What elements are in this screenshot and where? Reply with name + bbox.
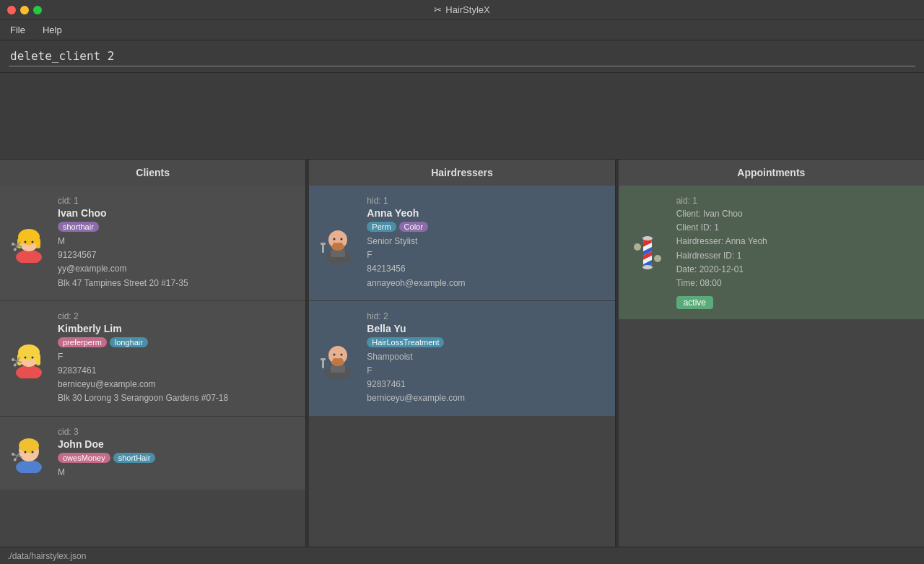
- svg-point-16: [25, 357, 27, 359]
- output-area: [0, 73, 924, 160]
- appointment-1-id: aid: 1: [676, 196, 914, 206]
- window-controls: [7, 6, 42, 14]
- svg-point-24: [19, 438, 39, 453]
- hairdresser-avatar-2: [318, 338, 358, 378]
- hairdresser-1-tags: Perm Color: [367, 222, 604, 232]
- hairdressers-panel: Hairdressers: [309, 160, 615, 547]
- hairdresser-2-id: hid: 2: [367, 311, 604, 321]
- client-card-1[interactable]: cid: 1 Ivan Choo shorthair M 91234567 yy…: [0, 186, 305, 301]
- svg-point-46: [337, 358, 343, 361]
- hairdresser-avatar-1: [318, 222, 358, 263]
- client-3-id: cid: 3: [58, 427, 295, 437]
- command-input[interactable]: [9, 46, 915, 66]
- tag-shorthair: shorthair: [58, 222, 99, 232]
- client-2-detail: F 92837461 berniceyu@example.com Blk 30 …: [58, 350, 295, 406]
- menu-bar: File Help: [0, 20, 924, 40]
- clients-list: cid: 1 Ivan Choo shorthair M 91234567 yy…: [0, 186, 305, 547]
- tag-color: Color: [399, 222, 428, 232]
- hairdressers-header: Hairdressers: [309, 160, 614, 186]
- avatar-2: [9, 338, 49, 378]
- svg-point-36: [337, 243, 343, 246]
- tag-owesmoney: owesMoney: [58, 453, 110, 463]
- svg-point-51: [634, 243, 641, 251]
- hairdresser-1-name: Anna Yeoh: [367, 207, 604, 219]
- svg-point-25: [25, 451, 27, 454]
- svg-point-48: [341, 354, 343, 356]
- clients-panel: Clients: [0, 160, 306, 547]
- client-1-name: Ivan Choo: [58, 207, 295, 219]
- svg-point-26: [32, 451, 34, 454]
- svg-point-5: [25, 241, 27, 243]
- hairdresser-card-2[interactable]: hid: 2 Bella Yu HairLossTreatment Shampo…: [309, 301, 614, 416]
- client-card-3[interactable]: cid: 3 John Doe owesMoney shortHair M: [0, 417, 305, 490]
- hairdresser-1-id: hid: 1: [367, 196, 604, 206]
- client-3-name: John Doe: [58, 438, 295, 450]
- svg-point-56: [642, 265, 653, 269]
- client-card-2[interactable]: cid: 2 Kimberly Lim preferperm longhair …: [0, 301, 305, 417]
- appointment-1-detail: Client: Ivan Choo Client ID: 1 Hairdress…: [676, 207, 914, 290]
- svg-point-38: [341, 238, 343, 240]
- close-button[interactable]: [7, 6, 16, 14]
- svg-rect-32: [331, 250, 345, 257]
- svg-rect-42: [331, 365, 345, 373]
- svg-point-47: [334, 354, 336, 356]
- hairdresser-card-1[interactable]: hid: 1 Anna Yeoh Perm Color Senior Styli…: [309, 186, 614, 301]
- client-1-detail: M 91234567 yy@example.com Blk 47 Tampine…: [58, 235, 295, 290]
- svg-point-6: [32, 241, 34, 243]
- svg-point-29: [11, 453, 14, 456]
- appointment-card-1[interactable]: aid: 1 Client: Ivan Choo Client ID: 1 Ha…: [619, 186, 924, 319]
- svg-point-17: [32, 357, 34, 359]
- hairdresser-2-detail: Shampooist F 92837461 berniceyu@example.…: [367, 350, 604, 406]
- tag-shorthair2: shortHair: [113, 453, 156, 463]
- client-3-tags: owesMoney shortHair: [58, 453, 295, 463]
- scissors-icon: ✂: [434, 4, 442, 15]
- svg-point-20: [11, 358, 14, 362]
- status-bar: ./data/hairstylex.json: [0, 547, 924, 564]
- avatar-1: [9, 222, 49, 263]
- hairdresser-1-detail: Senior Stylist F 84213456 annayeoh@examp…: [367, 235, 604, 290]
- appointments-panel: Appointments: [619, 160, 924, 547]
- client-2-tags: preferperm longhair: [58, 337, 295, 347]
- svg-point-11: [16, 365, 42, 378]
- client-2-id: cid: 2: [58, 311, 295, 321]
- svg-rect-40: [321, 243, 326, 245]
- client-2-name: Kimberly Lim: [58, 323, 295, 334]
- hairdresser-2-tags: HairLossTreatment: [367, 337, 604, 347]
- main-panels: Clients: [0, 160, 924, 547]
- title-bar: ✂ HairStyleX: [0, 0, 924, 20]
- avatar-3: [9, 433, 49, 473]
- svg-rect-15: [36, 354, 40, 365]
- svg-point-55: [642, 236, 653, 240]
- hairdresser-2-name: Bella Yu: [367, 323, 604, 334]
- svg-rect-4: [36, 238, 40, 248]
- svg-point-22: [16, 460, 42, 473]
- svg-point-37: [334, 238, 336, 240]
- tag-preferperm: preferperm: [58, 337, 107, 347]
- status-badge: active: [676, 296, 713, 309]
- client-3-detail: M: [58, 466, 295, 480]
- svg-point-9: [11, 243, 14, 246]
- app-title: ✂ HairStyleX: [434, 4, 489, 15]
- client-1-tags: shorthair: [58, 222, 295, 232]
- tag-longhair: longhair: [110, 337, 148, 347]
- svg-point-52: [654, 255, 661, 262]
- client-1-id: cid: 1: [58, 196, 295, 206]
- minimize-button[interactable]: [20, 6, 29, 14]
- command-bar: [0, 40, 924, 73]
- svg-rect-50: [321, 358, 326, 360]
- menu-file[interactable]: File: [7, 23, 28, 37]
- maximize-button[interactable]: [33, 6, 42, 14]
- hairdressers-list: hid: 1 Anna Yeoh Perm Color Senior Styli…: [309, 186, 614, 547]
- tag-hairlosstreatment: HairLossTreatment: [367, 337, 444, 347]
- clients-header: Clients: [0, 160, 305, 186]
- menu-help[interactable]: Help: [40, 23, 65, 37]
- status-text: ./data/hairstylex.json: [7, 551, 86, 561]
- appointment-avatar-1: [627, 233, 668, 273]
- appointments-list: aid: 1 Client: Ivan Choo Client ID: 1 Ha…: [619, 186, 924, 547]
- tag-perm: Perm: [367, 222, 396, 232]
- svg-point-0: [16, 250, 42, 263]
- appointments-header: Appointments: [619, 160, 924, 186]
